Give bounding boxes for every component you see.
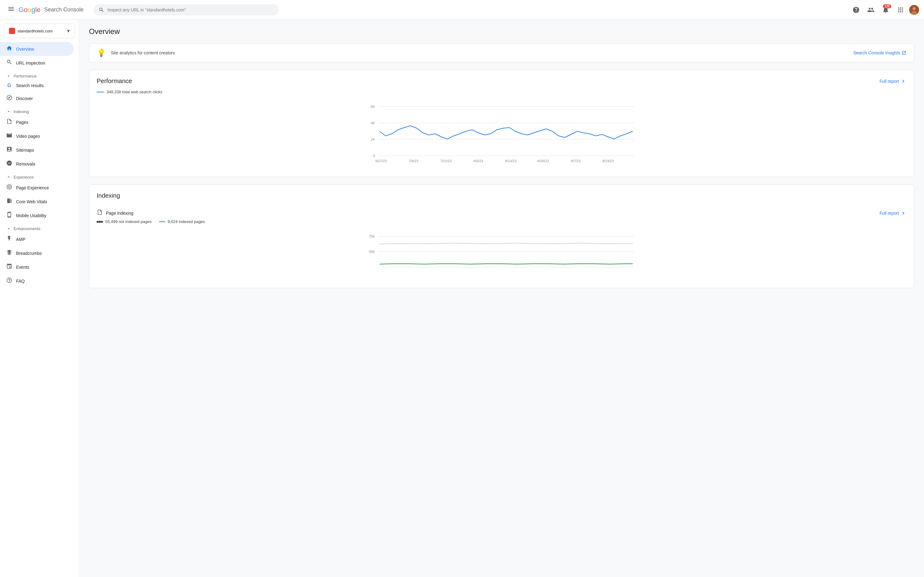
indexing-full-report-label: Full report xyxy=(879,211,899,216)
sidebar-item-core-web-vitals[interactable]: Core Web Vitals xyxy=(0,195,74,208)
video-pages-label: Video pages xyxy=(16,134,40,139)
video-pages-icon xyxy=(6,132,12,140)
sub-section-title: Page indexing xyxy=(97,209,134,217)
svg-text:7/9/23: 7/9/23 xyxy=(409,159,419,163)
page-indexing-label: Page indexing xyxy=(106,211,134,216)
mobile-usability-label: Mobile Usability xyxy=(16,213,46,218)
bulb-icon: 💡 xyxy=(97,48,106,57)
svg-text:4K: 4K xyxy=(371,121,375,125)
amp-icon xyxy=(6,235,12,243)
main-content: Overview 💡 Site analytics for content cr… xyxy=(79,20,924,577)
users-button[interactable] xyxy=(865,4,877,16)
indexing-title: Indexing xyxy=(97,192,120,199)
indexing-full-report-link[interactable]: Full report xyxy=(879,210,906,216)
sidebar: standardhotels.com ▾ Overview URL inspec… xyxy=(0,20,79,577)
url-search-bar[interactable] xyxy=(93,4,279,15)
app-body: standardhotels.com ▾ Overview URL inspec… xyxy=(0,20,924,577)
svg-text:9/19/23: 9/19/23 xyxy=(602,159,614,163)
search-results-label: Search results xyxy=(16,83,43,88)
page-indexing-header: Page indexing Full report xyxy=(89,204,914,219)
sidebar-item-discover[interactable]: Discover xyxy=(0,92,74,105)
collapse-enhancements-icon xyxy=(6,226,11,231)
performance-chart-container: 6K 4K 2K 0 6/27/23 7/9/23 7/21/23 8/2/23… xyxy=(89,98,914,177)
collapse-icon xyxy=(6,74,11,79)
sidebar-item-pages[interactable]: Pages xyxy=(0,115,74,129)
sidebar-item-search-results[interactable]: G Search results xyxy=(0,80,74,92)
events-icon xyxy=(6,263,12,271)
header-actions: 135 xyxy=(850,4,919,16)
sidebar-item-video-pages[interactable]: Video pages xyxy=(0,129,74,143)
section-indexing-header[interactable]: Indexing xyxy=(0,105,79,115)
section-performance-header[interactable]: Performance xyxy=(0,70,79,80)
sidebar-item-faq[interactable]: FAQ xyxy=(0,274,74,288)
google-logo: Google xyxy=(19,6,40,14)
page-experience-icon xyxy=(6,184,12,192)
svg-text:0: 0 xyxy=(373,154,375,158)
apps-button[interactable] xyxy=(894,4,907,16)
indexing-chart: 75K 50K xyxy=(97,230,906,280)
sidebar-item-amp[interactable]: AMP xyxy=(0,232,74,246)
url-inspection-label: URL inspection xyxy=(16,61,45,66)
help-button[interactable] xyxy=(850,4,862,16)
svg-text:8/2/23: 8/2/23 xyxy=(474,159,483,163)
insights-banner: 💡 Site analytics for content creators Se… xyxy=(89,43,914,63)
page-title: Overview xyxy=(89,27,914,36)
sidebar-item-mobile-usability[interactable]: Mobile Usability xyxy=(0,208,74,222)
not-indexed-label: 55,499 not indexed pages xyxy=(105,219,151,224)
app-logo: Google Search Console xyxy=(19,6,84,14)
page-experience-label: Page Experience xyxy=(16,185,49,190)
menu-icon[interactable] xyxy=(5,3,17,17)
insights-text: Site analytics for content creators xyxy=(111,50,848,55)
app-name: Search Console xyxy=(44,6,84,13)
external-link-icon xyxy=(901,50,906,55)
faq-icon xyxy=(6,277,12,285)
section-enhancements-label: Enhancements xyxy=(14,226,40,231)
indexed-legend: 9,024 indexed pages xyxy=(159,219,205,224)
performance-full-report-link[interactable]: Full report xyxy=(879,78,906,84)
faq-label: FAQ xyxy=(16,279,25,284)
section-enhancements-header[interactable]: Enhancements xyxy=(0,222,79,232)
sidebar-item-url-inspection[interactable]: URL inspection xyxy=(0,56,74,70)
performance-card-header: Performance Full report xyxy=(89,70,914,90)
amp-label: AMP xyxy=(16,237,25,242)
legend-line xyxy=(97,92,104,92)
search-console-insights-link[interactable]: Search Console Insights xyxy=(853,50,906,55)
svg-point-3 xyxy=(7,185,12,189)
mobile-usability-icon xyxy=(6,211,12,219)
property-icon xyxy=(9,28,15,34)
notifications-button[interactable]: 135 xyxy=(879,4,892,16)
sidebar-item-breadcrumbs[interactable]: Breadcrumbs xyxy=(0,246,74,260)
svg-text:6/27/23: 6/27/23 xyxy=(375,159,387,163)
svg-text:6K: 6K xyxy=(371,105,375,108)
core-web-vitals-icon xyxy=(6,198,12,205)
svg-point-4 xyxy=(8,186,11,188)
notification-count: 135 xyxy=(883,4,891,8)
svg-text:7/21/23: 7/21/23 xyxy=(440,159,452,163)
sidebar-item-removals[interactable]: Removals xyxy=(0,157,74,171)
sidebar-item-page-experience[interactable]: Page Experience xyxy=(0,181,74,195)
performance-card: Performance Full report 348,338 total we… xyxy=(89,70,914,177)
user-avatar[interactable] xyxy=(909,5,919,15)
indexing-chevron-right-icon xyxy=(900,210,906,216)
svg-point-1 xyxy=(913,7,916,10)
discover-icon xyxy=(6,95,12,102)
sidebar-item-events[interactable]: Events xyxy=(0,260,74,274)
sidebar-item-overview[interactable]: Overview xyxy=(0,42,74,56)
discover-label: Discover xyxy=(16,96,33,101)
svg-text:50K: 50K xyxy=(369,250,375,254)
page-indexing-icon xyxy=(97,209,103,217)
breadcrumbs-icon xyxy=(6,249,12,257)
property-selector[interactable]: standardhotels.com ▾ xyxy=(4,24,75,38)
indexing-card-header: Indexing xyxy=(89,185,914,204)
sitemaps-label: Sitemaps xyxy=(16,148,34,153)
collapse-indexing-icon xyxy=(6,109,11,114)
section-performance-label: Performance xyxy=(14,74,37,79)
property-name: standardhotels.com xyxy=(18,29,64,33)
url-search-input[interactable] xyxy=(108,7,274,12)
indexing-legend: 55,499 not indexed pages 9,024 indexed p… xyxy=(89,219,914,228)
svg-text:8/14/23: 8/14/23 xyxy=(505,159,517,163)
sidebar-item-sitemaps[interactable]: Sitemaps xyxy=(0,143,74,157)
section-experience-header[interactable]: Experience xyxy=(0,171,79,181)
collapse-experience-icon xyxy=(6,174,11,179)
performance-legend-label: 348,338 total web search clicks xyxy=(106,90,163,94)
